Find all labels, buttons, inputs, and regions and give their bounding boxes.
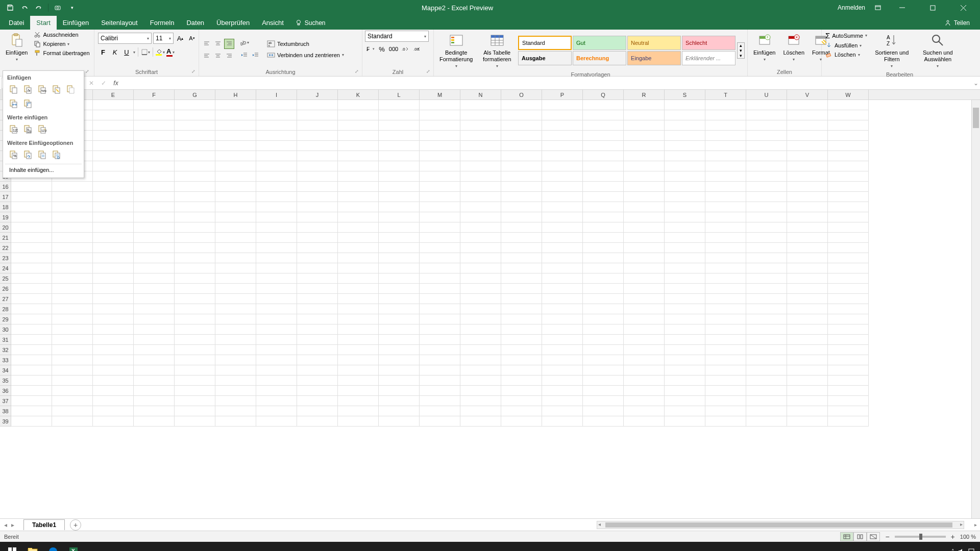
cell[interactable] xyxy=(501,222,542,233)
cell[interactable] xyxy=(746,304,787,314)
cell[interactable] xyxy=(420,222,460,233)
cell[interactable] xyxy=(460,141,501,151)
cell[interactable] xyxy=(338,253,379,263)
cell[interactable] xyxy=(297,212,338,222)
cell[interactable] xyxy=(828,263,869,273)
cell[interactable] xyxy=(52,202,93,212)
cell[interactable] xyxy=(665,314,705,324)
cell[interactable] xyxy=(215,345,256,355)
cell[interactable] xyxy=(175,182,215,192)
cell[interactable] xyxy=(624,294,665,304)
cell[interactable] xyxy=(460,294,501,304)
cell[interactable] xyxy=(134,243,175,253)
cell[interactable] xyxy=(542,192,583,202)
gallery-down[interactable]: ▾ xyxy=(738,48,744,53)
cell[interactable] xyxy=(624,375,665,386)
cell[interactable] xyxy=(256,365,297,375)
cell[interactable] xyxy=(215,110,256,120)
cell[interactable] xyxy=(665,243,705,253)
cell[interactable] xyxy=(175,365,215,375)
cell[interactable] xyxy=(665,120,705,131)
paste-formulas-icon[interactable]: fx xyxy=(21,83,34,95)
cell[interactable] xyxy=(338,386,379,396)
cell[interactable] xyxy=(52,396,93,406)
cell[interactable] xyxy=(11,182,52,192)
cell[interactable] xyxy=(11,253,52,263)
cell[interactable] xyxy=(746,416,787,427)
cell[interactable] xyxy=(828,182,869,192)
cell[interactable] xyxy=(256,110,297,120)
horizontal-scrollbar[interactable]: ◂ ▸ xyxy=(597,521,964,529)
cell[interactable] xyxy=(828,396,869,406)
cell[interactable] xyxy=(460,233,501,243)
cell[interactable] xyxy=(297,233,338,243)
cell[interactable] xyxy=(215,233,256,243)
cell[interactable] xyxy=(256,151,297,161)
cell[interactable] xyxy=(420,355,460,365)
cell[interactable] xyxy=(215,355,256,365)
cell[interactable] xyxy=(134,314,175,324)
cell[interactable] xyxy=(501,396,542,406)
cell[interactable] xyxy=(93,416,134,427)
cell[interactable] xyxy=(542,345,583,355)
cell[interactable] xyxy=(338,212,379,222)
cell[interactable] xyxy=(338,151,379,161)
speaker-icon[interactable] xyxy=(958,548,965,551)
cell[interactable] xyxy=(338,243,379,253)
cell[interactable] xyxy=(420,324,460,335)
style-erklaerender[interactable]: Erklärender ... xyxy=(682,51,736,65)
cell[interactable] xyxy=(256,161,297,171)
cell[interactable] xyxy=(297,100,338,110)
cell[interactable] xyxy=(11,212,52,222)
cell[interactable] xyxy=(134,355,175,365)
row-header[interactable]: 31 xyxy=(0,335,11,345)
cell[interactable] xyxy=(746,182,787,192)
cell[interactable] xyxy=(583,273,624,284)
cell[interactable] xyxy=(215,161,256,171)
cell[interactable] xyxy=(787,375,828,386)
cell[interactable] xyxy=(624,202,665,212)
cell[interactable] xyxy=(175,355,215,365)
cell[interactable] xyxy=(542,131,583,141)
cell[interactable] xyxy=(93,192,134,202)
cell[interactable] xyxy=(175,314,215,324)
cell[interactable] xyxy=(175,294,215,304)
cell[interactable] xyxy=(175,263,215,273)
cell[interactable] xyxy=(215,324,256,335)
cell[interactable] xyxy=(134,202,175,212)
cell[interactable] xyxy=(746,120,787,131)
cell[interactable] xyxy=(52,243,93,253)
cell[interactable] xyxy=(746,151,787,161)
cell[interactable] xyxy=(746,253,787,263)
cell[interactable] xyxy=(828,406,869,416)
cell[interactable] xyxy=(11,233,52,243)
cell[interactable] xyxy=(379,212,420,222)
cell[interactable] xyxy=(828,324,869,335)
cell[interactable] xyxy=(379,294,420,304)
cell[interactable] xyxy=(460,171,501,182)
sheet-nav-next[interactable]: ▸ xyxy=(11,521,14,529)
cell[interactable] xyxy=(297,335,338,345)
row-header[interactable]: 32 xyxy=(0,345,11,355)
cell[interactable] xyxy=(828,192,869,202)
cell[interactable] xyxy=(460,314,501,324)
zoom-slider[interactable] xyxy=(895,536,946,538)
cell[interactable] xyxy=(338,100,379,110)
column-header[interactable]: R xyxy=(624,90,665,99)
cell[interactable] xyxy=(828,345,869,355)
cell[interactable] xyxy=(175,100,215,110)
cell[interactable] xyxy=(787,386,828,396)
cell[interactable] xyxy=(256,273,297,284)
cell[interactable] xyxy=(256,233,297,243)
cell[interactable] xyxy=(215,375,256,386)
cell[interactable] xyxy=(460,202,501,212)
cell[interactable] xyxy=(93,365,134,375)
cell[interactable] xyxy=(828,100,869,110)
cell[interactable] xyxy=(542,222,583,233)
cell[interactable] xyxy=(828,243,869,253)
underline-button[interactable]: U xyxy=(121,47,132,57)
column-header[interactable]: K xyxy=(338,90,379,99)
cell[interactable] xyxy=(828,294,869,304)
cell[interactable] xyxy=(93,273,134,284)
cell[interactable] xyxy=(583,110,624,120)
